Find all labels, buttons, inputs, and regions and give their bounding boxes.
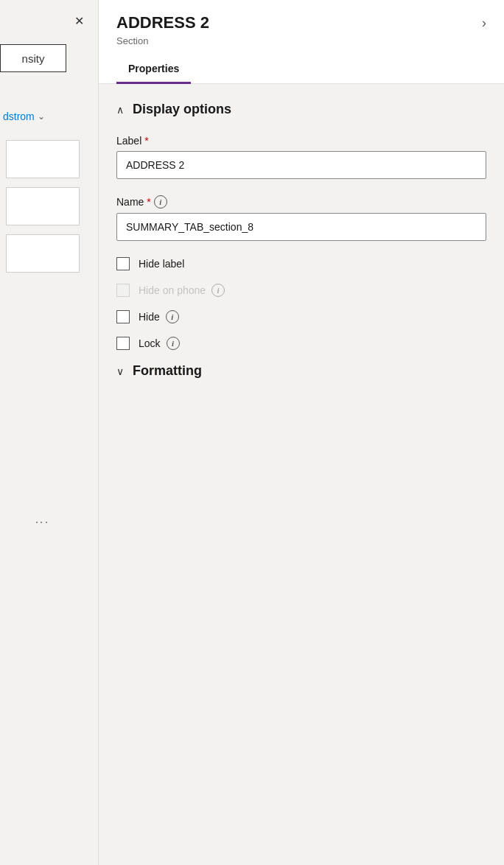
hide-label-checkbox[interactable] — [116, 257, 130, 270]
label-required-star: * — [144, 135, 148, 147]
label-input[interactable] — [116, 151, 486, 179]
header-top: ADDRESS 2 › — [116, 13, 486, 32]
close-icon: ✕ — [74, 14, 84, 28]
panel-subtitle: Section — [116, 35, 486, 46]
hide-checkbox[interactable] — [116, 310, 130, 323]
label-field-label: Label * — [116, 135, 486, 147]
hide-on-phone-row: Hide on phone i — [116, 284, 486, 297]
right-panel: ADDRESS 2 › Section Properties ∧ Display… — [99, 0, 504, 865]
hide-on-phone-checkbox — [116, 284, 130, 297]
lock-label-text: Lock i — [139, 337, 180, 350]
display-options-header: ∧ Display options — [116, 102, 486, 117]
tabs-container: Properties — [116, 55, 486, 83]
name-input[interactable] — [116, 213, 486, 241]
left-box-3 — [6, 234, 80, 273]
hide-info-icon[interactable]: i — [166, 310, 179, 323]
left-box-2 — [6, 187, 80, 225]
panel-content: ∧ Display options Label * Name * i — [99, 84, 504, 865]
left-link[interactable]: dstrom ⌄ — [3, 111, 45, 122]
left-link-text: dstrom — [3, 111, 35, 122]
display-options-title: Display options — [133, 102, 231, 117]
left-dots: ⋮ — [34, 516, 50, 530]
hide-on-phone-info-icon: i — [211, 284, 225, 297]
label-field-group: Label * — [116, 135, 486, 179]
lock-checkbox[interactable] — [116, 337, 130, 350]
panel-title: ADDRESS 2 — [116, 13, 209, 32]
left-box-1 — [6, 140, 80, 178]
name-field-group: Name * i — [116, 195, 486, 241]
lock-text: Lock — [139, 337, 161, 349]
formatting-expand-icon[interactable]: ∨ — [116, 365, 124, 377]
tab-properties[interactable]: Properties — [116, 55, 191, 84]
lock-row: Lock i — [116, 337, 486, 350]
header-chevron-right-icon[interactable]: › — [482, 15, 486, 31]
name-info-icon[interactable]: i — [154, 195, 167, 209]
hide-on-phone-text: Hide on phone — [139, 284, 206, 296]
collapse-icon[interactable]: ∧ — [116, 104, 124, 116]
hide-row: Hide i — [116, 310, 486, 323]
name-required-star: * — [147, 196, 150, 208]
checkboxes-group: Hide label Hide on phone i Hide i — [116, 257, 486, 350]
left-label-text: nsity — [22, 52, 45, 65]
close-button[interactable]: ✕ — [69, 10, 89, 31]
hide-on-phone-label: Hide on phone i — [139, 284, 225, 297]
lock-info-icon[interactable]: i — [167, 337, 180, 350]
label-field-label-text: Label — [116, 135, 141, 147]
chevron-down-icon: ⌄ — [38, 111, 45, 122]
name-field-label: Name * i — [116, 195, 486, 209]
formatting-section: ∨ Formatting — [116, 363, 486, 379]
left-boxes — [6, 140, 80, 273]
formatting-title: Formatting — [133, 363, 202, 379]
left-label: nsity — [0, 44, 66, 72]
hide-text: Hide — [139, 311, 160, 323]
hide-label-text2: Hide i — [139, 310, 179, 323]
hide-label-row: Hide label — [116, 257, 486, 270]
name-field-label-text: Name — [116, 196, 144, 208]
left-panel: ✕ nsity dstrom ⌄ ⋮ — [0, 0, 99, 865]
panel-header: ADDRESS 2 › Section Properties — [99, 0, 504, 84]
hide-label-text: Hide label — [139, 258, 184, 270]
